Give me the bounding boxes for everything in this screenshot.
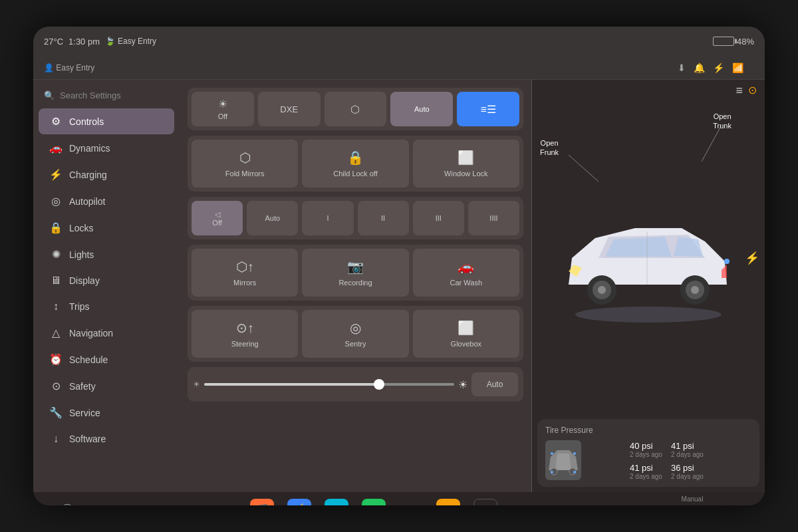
wiper-speed-3-button[interactable]: III (413, 201, 464, 235)
search-bar[interactable]: 🔍 Search Settings (33, 85, 180, 106)
easy-entry-label[interactable]: 👤 Easy Entry (44, 63, 94, 72)
svg-point-6 (691, 286, 699, 294)
charging-icon: ⚡ (49, 168, 63, 181)
app-more[interactable]: ··· (473, 499, 497, 505)
taskbar-center: 🎵 ⚡ ❄ 🗺 〜〜 📷 ··· (250, 499, 497, 505)
next-arrow[interactable]: › (81, 504, 85, 506)
beam-icon: ⬡ (350, 103, 360, 116)
tire-rr: 36 psi 2 days ago (671, 463, 751, 480)
car-wash-button[interactable]: 🚗 Car Wash (413, 249, 519, 297)
bell-icon[interactable]: 🔔 (694, 63, 705, 73)
wiper-speed-4-button[interactable]: IIII (468, 201, 519, 235)
wiper-auto-button[interactable]: Auto (247, 201, 298, 235)
fan-icon: ❄ (331, 503, 342, 505)
fold-mirrors-button[interactable]: ⬡ Fold Mirrors (192, 140, 298, 188)
tire-rr-date: 2 days ago (671, 473, 751, 480)
download-icon[interactable]: ⬇ (678, 63, 686, 73)
wiper-speed-2-button[interactable]: II (358, 201, 409, 235)
sidebar: 🔍 Search Settings ⚙ Controls 🚗 Dynamics … (33, 80, 180, 492)
camera-app-icon: 📷 (440, 503, 456, 505)
sidebar-item-schedule[interactable]: ⏰ Schedule (39, 346, 174, 372)
sidebar-item-trips[interactable]: ↕ Trips (39, 294, 174, 319)
bluetooth-icon[interactable]: ⚡ (713, 63, 724, 73)
screen: 27°C 1:30 pm 🍃 Easy Entry 48% 👤 Easy Ent… (33, 27, 765, 505)
app-bluetooth[interactable]: ⚡ (287, 499, 311, 505)
brightness-slider[interactable] (204, 383, 454, 386)
high-beam-button[interactable]: ≡☰ (457, 92, 519, 126)
sidebar-item-service[interactable]: 🔧 Service (39, 400, 174, 426)
taskbar: ‹ 🔊 › 🎵 ⚡ ❄ 🗺 〜〜 📷 ··· (33, 492, 765, 505)
display-icon: 🖥 (49, 275, 63, 287)
sidebar-item-software[interactable]: ↓ Software (39, 426, 174, 452)
app-tidal[interactable]: 〜〜 (399, 499, 423, 505)
navigation-icon: △ (49, 327, 63, 339)
wiper-speed-1-button[interactable]: I (302, 201, 353, 235)
header-icons: ⬇ 🔔 ⚡ 📶 (678, 63, 754, 73)
status-bar: 27°C 1:30 pm 🍃 Easy Entry 48% (33, 27, 765, 56)
glovebox-button[interactable]: ⬜ Glovebox (413, 310, 519, 358)
svg-point-3 (598, 286, 606, 294)
app-music[interactable]: 🎵 (250, 499, 274, 505)
more-icon: ··· (479, 503, 491, 506)
leaf-icon: 🍃 (105, 37, 115, 46)
easy-entry-status: 🍃 Easy Entry (105, 37, 156, 46)
child-lock-button[interactable]: 🔒 Child Lock off (302, 140, 408, 188)
sidebar-item-display[interactable]: 🖥 Display (39, 268, 174, 293)
tire-fl-value: 40 psi (630, 441, 667, 451)
speed-label-container: Manual 19.0 ⊙⊙ (676, 495, 710, 506)
tire-fl: 40 psi 2 days ago (630, 441, 667, 458)
prev-arrow[interactable]: ‹ (47, 504, 51, 506)
sidebar-item-controls[interactable]: ⚙ Controls (39, 108, 174, 134)
panel-top-icons: ≡ ⊙ (532, 80, 765, 102)
sidebar-item-safety[interactable]: ⊙ Safety (39, 373, 174, 399)
lights-off-button[interactable]: ☀ Off (192, 92, 254, 126)
open-frunk-label[interactable]: Open Frunk (540, 138, 559, 158)
tire-fr-date: 2 days ago (671, 451, 751, 458)
open-trunk-label[interactable]: Open Trunk (713, 112, 732, 131)
sentry-button[interactable]: ◎ Sentry (302, 310, 408, 358)
svg-point-0 (575, 307, 722, 323)
sidebar-item-locks[interactable]: 🔒 Locks (39, 215, 174, 241)
car-visual-area: Open Frunk Open Trunk ⚡ (532, 102, 765, 414)
tire-rl-date: 2 days ago (630, 473, 667, 480)
auto-lights-button[interactable]: Auto (390, 92, 453, 126)
service-icon: 🔧 (49, 406, 63, 419)
menu-list-icon[interactable]: ≡ (735, 84, 743, 98)
app-maps[interactable]: 🗺 (362, 499, 386, 505)
sidebar-item-navigation[interactable]: △ Navigation (39, 320, 174, 346)
brightness-row: ☀ ☀ Auto (188, 367, 523, 402)
svg-point-13 (551, 452, 553, 455)
app-fan[interactable]: ❄ (325, 499, 348, 505)
steering-icon: ⊙↑ (236, 320, 254, 336)
glovebox-icon: ⬜ (458, 320, 474, 336)
music-icon: 🎵 (253, 503, 270, 505)
parking-lights-button[interactable]: DXE (258, 92, 321, 126)
controls-panel: ☀ Off DXE ⬡ Auto ≡☰ ⬡ (180, 80, 531, 492)
tidal-icon: 〜〜 (398, 502, 424, 506)
sidebar-item-label: Locks (69, 223, 94, 233)
charge-lightning-icon: ⚡ (745, 251, 759, 265)
sidebar-item-label: Safety (69, 381, 96, 392)
volume-icon[interactable]: 🔊 (59, 503, 73, 505)
sidebar-item-charging[interactable]: ⚡ Charging (39, 162, 174, 188)
wiper-off-button[interactable]: ◁ Off (192, 201, 243, 235)
recording-button[interactable]: 📷 Recording (302, 249, 408, 297)
sidebar-item-lights[interactable]: ✺ Lights (39, 241, 174, 267)
brightness-auto-button[interactable]: Auto (471, 372, 518, 396)
sidebar-item-autopilot[interactable]: ◎ Autopilot (39, 188, 174, 214)
car-svg (549, 192, 748, 325)
controls-icon: ⚙ (49, 115, 63, 128)
car-mode-icon[interactable]: 🚗 (733, 502, 751, 505)
window-lock-button[interactable]: ⬜ Window Lock (413, 140, 519, 188)
steering-button[interactable]: ⊙↑ Steering (192, 310, 298, 358)
brightness-low-icon: ☀ (193, 380, 200, 389)
sidebar-item-dynamics[interactable]: 🚗 Dynamics (39, 135, 174, 161)
dynamics-icon: 🚗 (49, 142, 63, 154)
sidebar-item-label: Schedule (69, 354, 108, 365)
signal-icon: 📶 (732, 63, 743, 73)
main-content: 🔍 Search Settings ⚙ Controls 🚗 Dynamics … (33, 80, 765, 492)
app-camera[interactable]: 📷 (436, 499, 460, 505)
mirrors-button[interactable]: ⬡↑ Mirrors (192, 249, 298, 297)
low-beam-button[interactable]: ⬡ (325, 92, 387, 126)
brightness-thumb[interactable] (374, 379, 384, 390)
